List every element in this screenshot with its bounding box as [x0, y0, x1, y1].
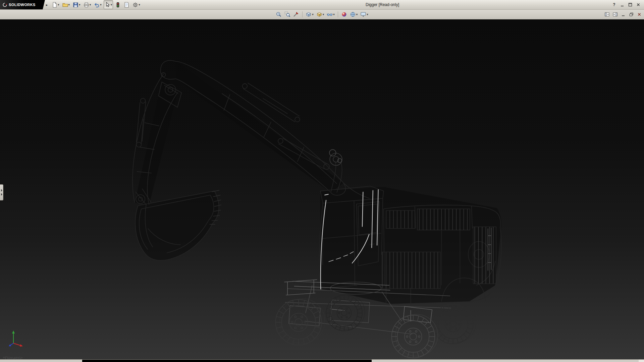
window-title: Digger [Read-only]: [161, 2, 604, 7]
restore-document-button[interactable]: [628, 12, 634, 17]
expand-right-pane-button[interactable]: [612, 12, 618, 17]
status-bar-right-cap: [639, 360, 644, 362]
standard-toolbar: ▾ ▾ ▾: [49, 0, 141, 9]
new-dropdown-caret[interactable]: ▾: [58, 3, 59, 6]
close-icon: [636, 2, 641, 7]
rebuild-traffic-light-icon: [115, 2, 121, 8]
model-wireframe-digger[interactable]: [0, 19, 644, 359]
status-bar-segment: [82, 360, 372, 362]
document-window-controls: [604, 10, 642, 19]
zoom-to-fit-icon: [276, 11, 282, 17]
headsup-toolbar-row: ▾ ▾ ▾: [0, 10, 644, 19]
apply-scene-button[interactable]: ▾: [349, 10, 359, 19]
new-document-icon: [52, 2, 57, 8]
options-dropdown-caret[interactable]: ▾: [139, 3, 140, 6]
solidworks-logo-icon: [2, 2, 7, 7]
featuremanager-collapse-handle[interactable]: [0, 184, 3, 200]
rebuild-button[interactable]: [114, 0, 122, 9]
select-dropdown-caret[interactable]: ▾: [111, 3, 112, 6]
display-style-button[interactable]: ▾: [316, 10, 325, 19]
toolbar-separator: [338, 11, 338, 17]
options-button[interactable]: ▾: [131, 0, 141, 9]
expand-pane-icon: [613, 12, 618, 17]
edit-appearance-button[interactable]: [340, 10, 348, 19]
zoom-to-area-icon: [284, 11, 290, 17]
view-orientation-cube-icon: [306, 11, 312, 17]
solidworks-logo: SOLIDWORKS: [0, 0, 45, 9]
view-settings-button[interactable]: ▾: [360, 10, 369, 19]
print-icon: [84, 2, 89, 8]
hide-show-items-caret[interactable]: ▾: [333, 13, 335, 16]
triad-z-axis: [10, 343, 13, 345]
section-view-icon: [293, 11, 299, 17]
close-icon: [637, 12, 642, 17]
display-style-icon: [316, 11, 322, 17]
hide-show-items-icon: [327, 11, 333, 17]
panel-expand-arrows-icon: [1, 188, 3, 197]
minimize-document-button[interactable]: [620, 12, 626, 17]
undo-dropdown-caret[interactable]: ▾: [100, 3, 102, 6]
view-settings-caret[interactable]: ▾: [367, 13, 368, 16]
save-floppy-icon: [73, 2, 78, 8]
expand-pane-icon: [605, 12, 609, 17]
print-dropdown-caret[interactable]: ▾: [90, 3, 91, 6]
view-orientation-label: *Dimetric: [3, 356, 23, 359]
hide-show-items-button[interactable]: ▾: [326, 10, 335, 19]
new-button[interactable]: ▾: [51, 0, 60, 9]
graphics-viewport[interactable]: *Dimetric: [0, 19, 644, 359]
close-window-button[interactable]: [635, 2, 641, 8]
select-button[interactable]: ▾: [104, 0, 113, 9]
solidworks-logo-text: SOLIDWORKS: [9, 3, 36, 7]
minimize-icon: [620, 2, 625, 7]
save-dropdown-caret[interactable]: ▾: [79, 3, 80, 6]
title-bar: SOLIDWORKS ▸ ▾ ▾: [0, 0, 644, 10]
section-view-button[interactable]: [292, 10, 300, 19]
undo-button[interactable]: ▾: [93, 0, 103, 9]
apply-scene-caret[interactable]: ▾: [356, 13, 358, 16]
view-orientation-button[interactable]: ▾: [305, 10, 314, 19]
triad-x-axis: [13, 343, 21, 346]
window-controls: ?: [611, 2, 644, 8]
maximize-icon: [628, 2, 633, 7]
wheels[interactable]: [276, 294, 476, 358]
maximize-window-button[interactable]: [627, 2, 633, 8]
open-folder-icon: [62, 2, 68, 8]
toolbar-separator: [302, 11, 303, 17]
view-orientation-caret[interactable]: ▾: [312, 13, 314, 16]
print-button[interactable]: ▾: [83, 0, 92, 9]
help-button[interactable]: ?: [611, 2, 617, 8]
menu-expand-arrow[interactable]: ▸: [45, 3, 49, 7]
file-properties-button[interactable]: [123, 0, 130, 9]
save-button[interactable]: ▾: [72, 0, 82, 9]
apply-scene-globe-icon: [350, 11, 356, 17]
undo-arrow-icon: [94, 2, 100, 8]
edit-appearance-ball-icon: [341, 11, 347, 17]
view-settings-icon: [360, 11, 366, 17]
zoom-to-area-button[interactable]: [284, 10, 291, 19]
status-bar: [0, 359, 644, 362]
file-properties-icon: [124, 2, 129, 8]
close-document-button[interactable]: [636, 12, 642, 17]
headsup-view-toolbar: ▾ ▾ ▾: [275, 10, 369, 19]
solidworks-window: SOLIDWORKS ▸ ▾ ▾: [0, 0, 644, 362]
display-style-caret[interactable]: ▾: [323, 13, 324, 16]
minimize-window-button[interactable]: [619, 2, 625, 8]
open-button[interactable]: ▾: [61, 0, 71, 9]
zoom-to-fit-button[interactable]: [275, 10, 282, 19]
restore-icon: [629, 12, 634, 17]
orientation-triad: [8, 329, 25, 348]
expand-left-pane-button[interactable]: [604, 12, 610, 17]
model-silhouette: [135, 61, 501, 304]
minimize-icon: [621, 12, 626, 17]
open-dropdown-caret[interactable]: ▾: [68, 3, 70, 6]
options-gear-icon: [132, 2, 138, 8]
select-cursor-icon: [105, 2, 110, 8]
